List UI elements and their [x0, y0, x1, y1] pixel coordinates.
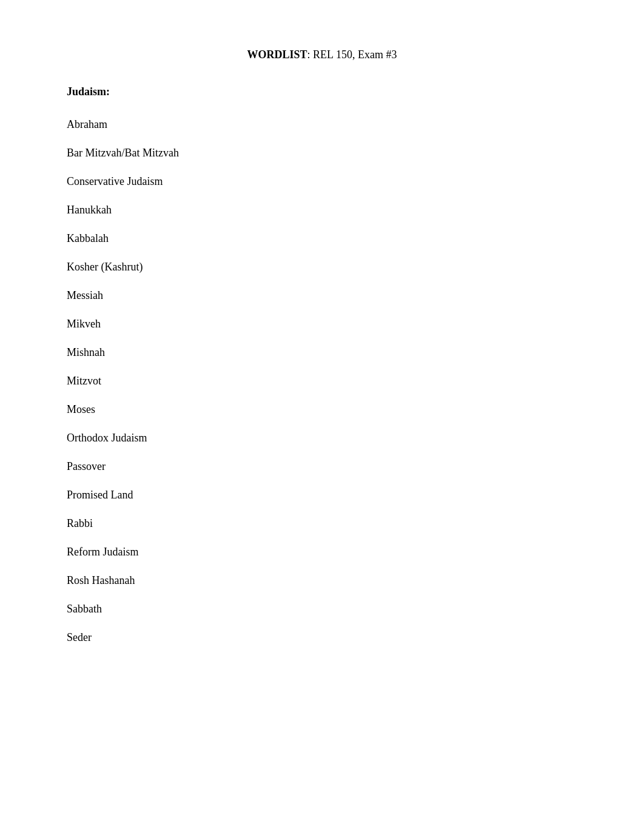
list-item: Rosh Hashanah	[67, 566, 577, 595]
section-heading: Judaism:	[67, 86, 577, 98]
title-bold: WORDLIST	[247, 49, 307, 61]
list-item: Kosher (Kashrut)	[67, 253, 577, 281]
title-rest: : REL 150, Exam #3	[307, 49, 397, 61]
list-item: Sabbath	[67, 595, 577, 623]
list-item: Mikveh	[67, 310, 577, 338]
judaism-section: Judaism: AbrahamBar Mitzvah/Bat MitzvahC…	[67, 86, 577, 652]
list-item: Mitzvot	[67, 367, 577, 395]
list-item: Moses	[67, 395, 577, 424]
page-title: WORDLIST: REL 150, Exam #3	[67, 49, 577, 61]
list-item: Kabbalah	[67, 224, 577, 253]
list-item: Orthodox Judaism	[67, 424, 577, 452]
list-item: Conservative Judaism	[67, 167, 577, 196]
list-item: Abraham	[67, 110, 577, 139]
list-item: Hanukkah	[67, 196, 577, 224]
list-item: Rabbi	[67, 509, 577, 538]
list-item: Seder	[67, 623, 577, 652]
list-item: Passover	[67, 452, 577, 481]
list-item: Messiah	[67, 281, 577, 310]
word-list: AbrahamBar Mitzvah/Bat MitzvahConservati…	[67, 110, 577, 652]
list-item: Mishnah	[67, 338, 577, 367]
list-item: Promised Land	[67, 481, 577, 509]
list-item: Reform Judaism	[67, 538, 577, 566]
list-item: Bar Mitzvah/Bat Mitzvah	[67, 139, 577, 167]
